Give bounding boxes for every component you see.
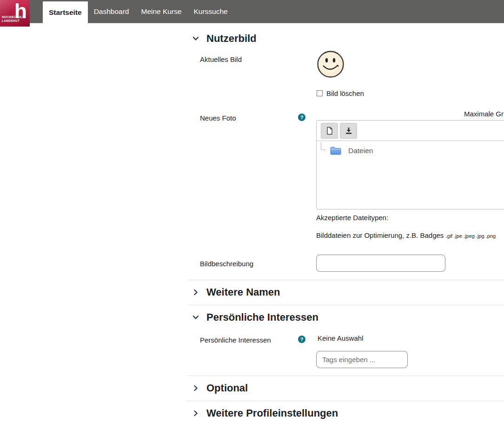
file-manager: Dateien xyxy=(316,120,504,209)
bild-loeschen-checkbox[interactable] xyxy=(317,90,323,96)
aktuelles-bild-label: Aktuelles Bild xyxy=(200,55,242,64)
new-file-icon xyxy=(325,126,334,135)
bildbeschreibung-label: Bildbeschreibung xyxy=(200,259,253,269)
chevron-down-icon[interactable] xyxy=(192,35,199,42)
profile-edit-form: Nutzerbild Aktuelles Bild Bild löschen N… xyxy=(187,32,504,424)
folder-icon xyxy=(330,146,342,155)
bild-loeschen-label[interactable]: Bild löschen xyxy=(326,89,364,97)
accepted-filetypes-list: Bilddateien zur Optimierung, z.B. Badges… xyxy=(316,231,504,241)
section-title-weitere-namen[interactable]: Weitere Namen xyxy=(206,285,280,299)
section-header-optional[interactable]: Optional xyxy=(187,376,504,401)
add-file-button[interactable] xyxy=(321,123,338,139)
form-row-persoenliche-interessen: Persönliche Interessen ? Keine Auswahl xyxy=(187,334,504,376)
tree-connector xyxy=(321,143,325,150)
file-manager-tree: Dateien xyxy=(317,141,504,155)
keine-auswahl-text: Keine Auswahl xyxy=(316,334,504,343)
chevron-right-icon[interactable] xyxy=(192,384,199,392)
logo-wordmark: HOCHSCHULE LANDSHUT xyxy=(2,15,25,22)
max-filesize-text: Maximale Gr xyxy=(464,110,504,120)
chevron-down-icon[interactable] xyxy=(192,314,199,321)
filetype-extensions: .gif .jpe .jpeg .jpg .png xyxy=(446,233,496,239)
bildbeschreibung-input[interactable] xyxy=(316,255,445,272)
section-header-weitere-namen[interactable]: Weitere Namen xyxy=(187,280,504,305)
filetype-description[interactable]: Bilddateien zur Optimierung, z.B. Badges xyxy=(316,231,444,239)
file-manager-toolbar xyxy=(317,121,504,141)
download-icon xyxy=(344,126,353,135)
help-icon[interactable]: ? xyxy=(298,114,305,121)
chevron-right-icon[interactable] xyxy=(192,410,199,417)
primary-navigation: Startseite Dashboard Meine Kurse Kurssuc… xyxy=(0,0,504,23)
chevron-right-icon[interactable] xyxy=(192,289,199,296)
nav-tab-startseite[interactable]: Startseite xyxy=(43,1,88,23)
tags-input[interactable] xyxy=(316,351,408,368)
neues-foto-label: Neues Foto xyxy=(200,114,236,123)
accepted-filetypes-heading: Akzeptierte Dateitypen: xyxy=(316,213,504,222)
form-row-aktuelles-bild: Aktuelles Bild Bild löschen xyxy=(187,50,504,98)
help-icon[interactable]: ? xyxy=(298,336,305,343)
top-navbar: h HOCHSCHULE LANDSHUT Startseite Dashboa… xyxy=(0,0,504,23)
section-title-optional[interactable]: Optional xyxy=(206,381,248,395)
section-header-persoenliche-interessen[interactable]: Persönliche Interessen xyxy=(187,305,504,330)
bild-loeschen-row: Bild löschen xyxy=(316,88,504,98)
svg-text:?: ? xyxy=(300,114,304,120)
nav-tab-dashboard[interactable]: Dashboard xyxy=(88,0,135,23)
dateien-folder-label[interactable]: Dateien xyxy=(348,147,373,155)
section-title-persoenliche-interessen[interactable]: Persönliche Interessen xyxy=(206,310,318,324)
current-profile-picture-smiley xyxy=(317,50,345,78)
section-header-weitere-profileinstellungen[interactable]: Weitere Profileinstellungen xyxy=(187,401,504,424)
section-header-nutzerbild[interactable]: Nutzerbild xyxy=(187,32,504,46)
section-title-nutzerbild[interactable]: Nutzerbild xyxy=(206,32,257,46)
dateien-folder-item[interactable]: Dateien xyxy=(330,146,504,155)
form-row-neues-foto: Neues Foto ? Maximale Gr xyxy=(187,110,504,241)
nav-tab-meine-kurse[interactable]: Meine Kurse xyxy=(135,0,187,23)
form-row-bildbeschreibung: Bildbeschreibung xyxy=(187,255,504,272)
nav-tab-kurssuche[interactable]: Kurssuche xyxy=(188,0,234,23)
download-all-button[interactable] xyxy=(340,123,357,139)
hochschule-landshut-logo[interactable]: h HOCHSCHULE LANDSHUT xyxy=(0,0,30,27)
section-title-weitere-profileinstellungen[interactable]: Weitere Profileinstellungen xyxy=(206,406,338,420)
persoenliche-interessen-label: Persönliche Interessen xyxy=(200,336,271,345)
svg-text:?: ? xyxy=(300,337,304,342)
